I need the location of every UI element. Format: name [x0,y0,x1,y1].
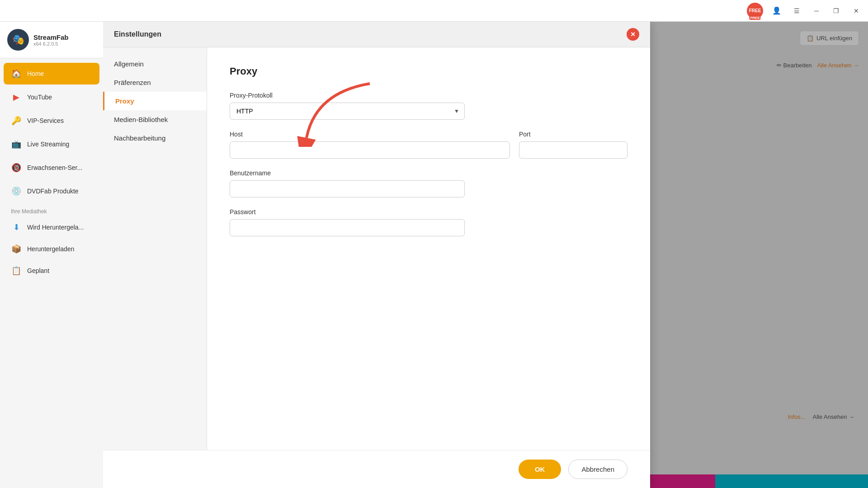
close-x-icon: ✕ [630,31,636,38]
username-input[interactable] [230,180,465,197]
password-label: Passwort [230,208,627,216]
settings-nav-allgemein[interactable]: Allgemein [103,55,207,73]
cancel-button[interactable]: Abbrechen [568,460,627,479]
sidebar-item-youtube[interactable]: ▶ YouTube [4,86,99,108]
settings-nav-praferenzen[interactable]: Präferenzen [103,73,207,92]
sidebar-item-home[interactable]: 🏠 Home [4,63,99,84]
settings-content: Proxy Proxy-Protokoll HTTP HTTPS SOCKS5 [207,47,650,450]
settings-nav-proxy[interactable]: Proxy [103,92,207,110]
downloaded-icon: 📦 [11,244,22,254]
user-icon: 👤 [770,5,783,17]
port-input[interactable] [519,141,627,159]
settings-close-button[interactable]: ✕ [627,28,639,41]
settings-sidebar: Allgemein Präferenzen Proxy Medien-Bibli… [103,47,207,450]
sidebar-item-label-live: Live Streaming [27,141,69,148]
library-section-label: Ihre Mediathek [0,203,103,216]
app-arch-version: x64 6.2.0.5 [33,41,69,47]
settings-header: Einstellungen ✕ [103,22,650,47]
live-streaming-icon: 📺 [11,139,22,150]
proxy-section-title: Proxy [230,66,627,77]
youtube-icon: ▶ [11,92,22,103]
sidebar-item-label-home: Home [27,70,44,77]
app-name: StreamFab [33,33,69,41]
username-group: Benutzername [230,169,627,197]
erwachsenen-icon: 🔞 [11,162,22,173]
sidebar-item-downloading[interactable]: ⬇ Wird Heruntergelа... [4,217,99,237]
vip-icon: 🔑 [11,115,22,126]
home-icon: 🏠 [11,68,22,79]
settings-title: Einstellungen [114,30,161,38]
sidebar-item-label-downloaded: Heruntergeladen [27,245,74,253]
protocol-select[interactable]: HTTP HTTPS SOCKS5 [230,103,465,120]
sidebar-item-dvdfab[interactable]: 💿 DVDFab Produkte [4,180,99,202]
host-port-group: Host Port [230,131,627,159]
sidebar-item-planned[interactable]: 📋 Geplant [4,261,99,281]
sidebar-nav: 🏠 Home ▶ YouTube 🔑 VIP-Services 📺 Live S… [0,58,103,488]
minimize-button[interactable]: ─ [811,5,822,16]
logo-text: StreamFab x64 6.2.0.5 [33,33,69,47]
sidebar-item-label-dvdfab: DVDFab Produkte [27,188,79,195]
host-group: Host [230,131,510,159]
downloading-icon: ⬇ [11,222,22,233]
app-layout: 🎭 StreamFab x64 6.2.0.5 🏠 Home ▶ YouTube… [0,22,868,488]
password-group: Passwort [230,208,627,236]
menu-button[interactable]: ☰ [790,5,803,16]
close-button[interactable]: ✕ [850,5,863,16]
sidebar-item-vip[interactable]: 🔑 VIP-Services [4,110,99,131]
titlebar: FREE 👤 ☰ ─ ❐ ✕ [0,0,868,22]
dvdfab-icon: 💿 [11,186,22,197]
sidebar-item-label-erwachsenen: Erwachsenen-Ser... [27,164,82,171]
port-label: Port [519,131,627,138]
sidebar: 🎭 StreamFab x64 6.2.0.5 🏠 Home ▶ YouTube… [0,22,103,488]
username-label: Benutzername [230,169,627,177]
settings-nav-nachbearbeitung[interactable]: Nachbearbeitung [103,129,207,147]
settings-dialog: Einstellungen ✕ Allgemein Präferenzen Pr… [103,22,650,488]
protocol-label: Proxy-Protokoll [230,92,627,99]
settings-body: Allgemein Präferenzen Proxy Medien-Bibli… [103,47,650,450]
ok-button[interactable]: OK [519,460,561,479]
logo-icon: 🎭 [7,29,29,51]
sidebar-logo: 🎭 StreamFab x64 6.2.0.5 [0,22,103,58]
port-group: Port [519,131,627,159]
sidebar-item-label-youtube: YouTube [27,94,52,101]
settings-nav-medienbibliothek[interactable]: Medien-Bibliothek [103,110,207,129]
sidebar-item-label-vip: VIP-Services [27,117,64,124]
content-area: 📋 URL einfügen ✏ Bearbeiten Alle Ansehen… [103,22,868,488]
sidebar-item-downloaded[interactable]: 📦 Heruntergeladen [4,239,99,259]
host-input[interactable] [230,141,510,159]
titlebar-icons: FREE 👤 ☰ ─ ❐ ✕ [747,3,863,19]
sidebar-item-label-planned: Geplant [27,267,49,274]
sidebar-item-erwachsenen[interactable]: 🔞 Erwachsenen-Ser... [4,157,99,178]
host-label: Host [230,131,510,138]
settings-footer: OK Abbrechen [103,450,650,488]
planned-icon: 📋 [11,265,22,276]
sidebar-item-live-streaming[interactable]: 📺 Live Streaming [4,133,99,155]
proxy-protocol-group: Proxy-Protokoll HTTP HTTPS SOCKS5 ▼ [230,92,627,120]
password-input[interactable] [230,219,465,236]
free-badge-icon: FREE [747,3,763,19]
restore-button[interactable]: ❐ [830,5,843,16]
protocol-select-wrapper: HTTP HTTPS SOCKS5 ▼ [230,103,465,120]
sidebar-item-label-downloading: Wird Heruntergelа... [27,224,84,231]
modal-overlay: Einstellungen ✕ Allgemein Präferenzen Pr… [103,22,868,488]
